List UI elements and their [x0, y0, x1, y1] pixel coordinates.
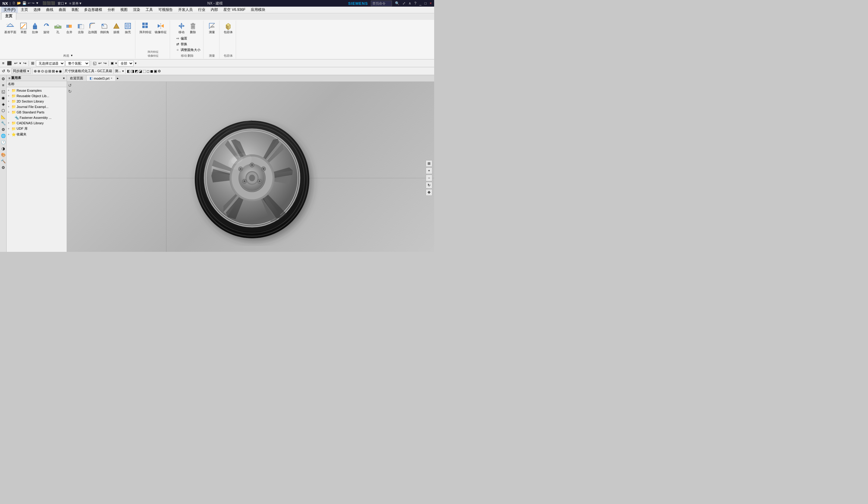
- sidebar-icon-circle-half[interactable]: ◑: [0, 145, 6, 152]
- nav-icon2[interactable]: ↩: [98, 61, 102, 65]
- shanchu-btn[interactable]: 删除: [187, 21, 198, 35]
- vmore-icon5[interactable]: ⬚: [143, 69, 146, 73]
- expand-icon[interactable]: +: [8, 111, 11, 114]
- vmore-icon9[interactable]: ⚙: [158, 69, 161, 73]
- close-btn[interactable]: ×: [430, 1, 432, 6]
- sync-dropdown-icon[interactable]: ▼: [27, 70, 30, 73]
- sidebar-icon-feature[interactable]: ◱: [0, 89, 6, 94]
- sync-build-dropdown[interactable]: 同步建模 ▼: [11, 68, 31, 74]
- tree-reusable-obj[interactable]: + 📁 Reusable Object Lib...: [7, 93, 66, 99]
- biandaoyuan-btn[interactable]: 边倒圆: [87, 21, 98, 35]
- menu-appmodule[interactable]: 应用模块: [248, 7, 268, 13]
- construct-dropdown[interactable]: ▼: [71, 54, 73, 57]
- kong-btn[interactable]: 孔: [52, 21, 63, 35]
- sidebar-icon-roles[interactable]: ◈: [0, 101, 6, 107]
- expand-icon[interactable]: ⤢: [403, 1, 405, 6]
- window-menu[interactable]: 窗口▼: [58, 1, 68, 6]
- rotate-icon[interactable]: ↻: [426, 182, 432, 188]
- save-icon[interactable]: 💾: [22, 1, 27, 6]
- jingxiang-btn[interactable]: 镜像特征: [154, 21, 168, 35]
- expand-icon[interactable]: +: [8, 94, 11, 97]
- filter-select[interactable]: 无选择过滤器: [36, 60, 65, 66]
- expand-icon[interactable]: +: [8, 89, 11, 92]
- sidebar-icon-palette[interactable]: 🎨: [0, 152, 6, 158]
- sidebar-icon-gear2[interactable]: ⚙: [0, 126, 6, 132]
- hebing-btn[interactable]: 合并: [64, 21, 75, 35]
- tab-model-close[interactable]: ×: [111, 76, 112, 80]
- vmore-icon2[interactable]: ◨: [131, 69, 134, 73]
- toolbar3-icon1[interactable]: ↺: [1, 69, 6, 73]
- zoom-out-icon[interactable]: −: [426, 175, 432, 181]
- expand-icon[interactable]: +: [8, 127, 11, 130]
- viewport[interactable]: ↺ ↻: [67, 82, 434, 252]
- tihuan-btn[interactable]: ⇄ 替换: [174, 41, 202, 47]
- tab-home[interactable]: 主页: [1, 12, 16, 20]
- fit-icon[interactable]: ⊞: [426, 160, 432, 167]
- menu-btn[interactable]: ≡ 菜单▼: [69, 1, 82, 6]
- view-icon4[interactable]: ◎: [45, 69, 48, 73]
- redo-icon[interactable]: ↪: [22, 61, 28, 65]
- expand-icon[interactable]: +: [8, 122, 11, 125]
- library-menu-icon[interactable]: ≡: [9, 76, 10, 80]
- menu-tools[interactable]: 工具: [143, 7, 155, 13]
- expand-icon[interactable]: +: [8, 100, 11, 103]
- zhenlie-btn[interactable]: 阵列特征: [138, 21, 153, 35]
- vmore-icon3[interactable]: ◩: [135, 69, 138, 73]
- sidebar-icon-reuse[interactable]: ◉: [0, 95, 6, 101]
- celiang-btn[interactable]: cm 测量: [207, 21, 217, 35]
- sidebar-icon-globe[interactable]: 🌐: [0, 133, 6, 139]
- zoom-in-icon[interactable]: +: [426, 167, 432, 174]
- view-icon2[interactable]: ⊗: [38, 69, 40, 73]
- menu-assembly[interactable]: 装配: [69, 7, 81, 13]
- view-icon1[interactable]: ⊕: [34, 69, 37, 73]
- menu-poly[interactable]: 多边形建模: [82, 7, 105, 13]
- pan-icon[interactable]: ✥: [426, 189, 432, 196]
- sidebar-icon-config[interactable]: ⚙: [0, 164, 6, 171]
- undo-tb-icon[interactable]: ↩: [28, 1, 30, 6]
- redo-tb-icon[interactable]: ↪: [32, 1, 34, 6]
- measure-dropdown-icon[interactable]: ▼: [122, 70, 124, 73]
- nav-icon1[interactable]: ◱: [92, 61, 97, 65]
- menu-xingkong[interactable]: 星空 V6.936F: [221, 7, 248, 13]
- view-icon3[interactable]: ⊙: [41, 69, 44, 73]
- tree-gb-standard[interactable]: + 📁 GB Standard Parts: [7, 110, 66, 115]
- menu-dev[interactable]: 开发人员: [176, 7, 195, 13]
- daoxiejiao-btn[interactable]: 倒斜角: [99, 21, 110, 35]
- jizhunmian-btn[interactable]: 基准平面: [3, 21, 18, 35]
- tab-welcome[interactable]: 欢迎页面: [67, 75, 86, 81]
- full-select[interactable]: 全部: [118, 60, 134, 66]
- sidebar-icon-tool2[interactable]: 🔧: [0, 120, 6, 126]
- menu-analysis[interactable]: 分析: [105, 7, 117, 13]
- baorong-btn[interactable]: 包容体: [223, 21, 234, 35]
- more-icon[interactable]: ▼: [35, 1, 39, 6]
- library-close-icon[interactable]: ×: [63, 76, 65, 80]
- menu-icon[interactable]: ≡: [1, 61, 6, 65]
- expand-icon[interactable]: +: [8, 133, 11, 136]
- menu-select[interactable]: 选择: [31, 7, 43, 13]
- vmore-icon1[interactable]: ◧: [127, 69, 130, 73]
- sidebar-icon-measure2[interactable]: 📐: [0, 114, 6, 120]
- assembly-select[interactable]: 整个装配: [65, 60, 90, 66]
- sidebar-icon-settings[interactable]: ⚙: [0, 76, 6, 82]
- open-icon[interactable]: 📂: [17, 1, 21, 6]
- menu-view[interactable]: 视图: [118, 7, 130, 13]
- undo-dropdown-icon[interactable]: ▼: [19, 62, 22, 65]
- pianzhi-btn[interactable]: ⇨ 偏置: [174, 35, 202, 41]
- view-icon6[interactable]: ⊠: [52, 69, 55, 73]
- select-all[interactable]: ▣: [110, 61, 114, 65]
- sidebar-icon-history[interactable]: ≡: [0, 82, 6, 88]
- tree-cadenas[interactable]: + 📁 CADENAS Library: [7, 120, 66, 126]
- vmore-icon6[interactable]: ◻: [146, 69, 149, 73]
- view-icon5[interactable]: ⊞: [48, 69, 51, 73]
- chouqiao-btn[interactable]: 抽壳: [122, 21, 133, 35]
- nav-icon3[interactable]: ↪: [103, 61, 107, 65]
- new-icon[interactable]: 🗋: [12, 1, 16, 6]
- menu-file[interactable]: 文件(F): [1, 7, 18, 13]
- filter-icon[interactable]: ⊞: [30, 61, 35, 65]
- search-box[interactable]: 查找命令: [371, 1, 392, 6]
- tab-model3[interactable]: ◧ model3.prt ×: [86, 76, 116, 81]
- vmore-icon8[interactable]: ▣: [154, 69, 157, 73]
- arrow-up-icon[interactable]: ∧: [409, 1, 411, 6]
- help-icon[interactable]: ?: [414, 1, 416, 6]
- sidebar-icon-hammer[interactable]: 🔨: [0, 158, 6, 164]
